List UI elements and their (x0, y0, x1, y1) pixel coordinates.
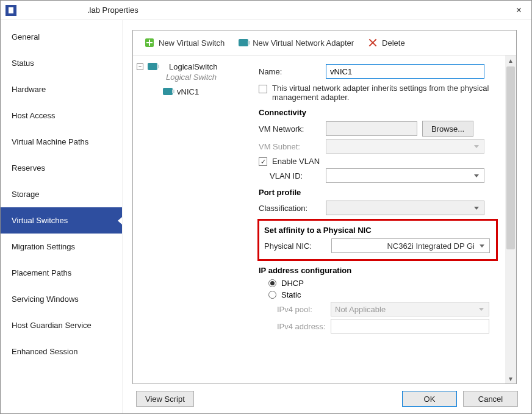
nav-storage[interactable]: Storage (1, 181, 122, 207)
static-radio[interactable] (268, 291, 276, 299)
collapse-icon[interactable]: − (137, 63, 143, 70)
new-adapter-label: New Virtual Network Adapter (253, 38, 354, 48)
affinity-header: Set affinity to a Physical NIC (264, 226, 491, 235)
app-icon (5, 5, 16, 16)
scroll-down-icon[interactable]: ▼ (506, 374, 516, 384)
close-icon[interactable]: × (511, 4, 527, 17)
form-scrollbar[interactable]: ▲ ▼ (505, 55, 516, 384)
vm-network-label: VM Network: (259, 124, 326, 134)
switches-panel: New Virtual Switch New Virtual Network A… (132, 30, 517, 384)
ipv4-addr-label: IPv4 address: (277, 322, 331, 331)
nav-vm-paths[interactable]: Virtual Machine Paths (1, 129, 122, 155)
enable-vlan-label: Enable VLAN (272, 157, 320, 166)
inherit-label: This virtual network adapter inherits se… (272, 84, 492, 102)
vm-network-field[interactable] (326, 121, 417, 136)
nav-servicing[interactable]: Servicing Windows (1, 286, 122, 312)
nav-virtual-switches[interactable]: Virtual Switches (1, 207, 122, 234)
vlan-id-select[interactable] (326, 168, 484, 183)
tree-root-sublabel: Logical Switch (166, 73, 251, 82)
view-script-button[interactable]: View Script (136, 391, 194, 407)
dialog-footer: View Script OK Cancel (123, 384, 531, 413)
nav-reserves[interactable]: Reserves (1, 155, 122, 181)
nav-hardware[interactable]: Hardware (1, 76, 122, 102)
browse-button[interactable]: Browse... (422, 121, 473, 137)
physical-nic-value: NC362i Integrated DP Gi (387, 241, 475, 251)
window-title: .lab Properties (87, 5, 138, 15)
nav-general[interactable]: General (1, 24, 122, 50)
physical-nic-select[interactable]: NC362i Integrated DP Gi (331, 238, 490, 253)
name-input[interactable] (326, 64, 484, 79)
nav-migration[interactable]: Migration Settings (1, 234, 122, 260)
ipv4-pool-label: IPv4 pool: (277, 305, 331, 314)
plus-icon (144, 38, 155, 48)
delete-icon (367, 38, 378, 48)
tree-child[interactable]: vNIC1 (162, 82, 251, 96)
tree-child-label: vNIC1 (177, 87, 199, 96)
dhcp-radio[interactable] (268, 279, 276, 287)
scroll-thumb[interactable] (506, 66, 515, 249)
new-switch-button[interactable]: New Virtual Switch (139, 35, 229, 50)
panel-toolbar: New Virtual Switch New Virtual Network A… (133, 30, 516, 55)
tree-root[interactable]: − LogicalSwitch (137, 60, 251, 73)
nic-icon (147, 62, 158, 71)
new-adapter-button[interactable]: New Virtual Network Adapter (233, 35, 359, 50)
nav-status[interactable]: Status (1, 50, 122, 76)
nav-placement[interactable]: Placement Paths (1, 260, 122, 286)
nav-sidebar: General Status Hardware Host Access Virt… (1, 20, 123, 413)
ipv4-pool-select: Not Applicable (331, 302, 489, 316)
static-label: Static (281, 290, 301, 299)
nic-icon (162, 87, 173, 96)
inherit-checkbox[interactable] (259, 85, 267, 93)
main-pane: New Virtual Switch New Virtual Network A… (123, 20, 531, 413)
properties-dialog: .lab Properties × General Status Hardwar… (0, 0, 532, 414)
delete-button[interactable]: Delete (362, 35, 410, 50)
switch-tree: − LogicalSwitch Logical Switch vNIC1 (133, 55, 255, 384)
connectivity-header: Connectivity (259, 108, 510, 117)
classification-label: Classification: (259, 204, 326, 213)
ipv4-pool-value: Not Applicable (335, 305, 386, 314)
vm-subnet-label: VM Subnet: (259, 142, 326, 151)
nic-icon (238, 38, 249, 48)
nav-enhanced[interactable]: Enhanced Session (1, 338, 122, 365)
cancel-button[interactable]: Cancel (463, 391, 518, 407)
nav-host-access[interactable]: Host Access (1, 102, 122, 129)
ip-config-header: IP address configuration (259, 266, 510, 275)
panel-content: − LogicalSwitch Logical Switch vNIC1 ▲ (133, 55, 516, 384)
adapter-form: ▲ ▼ Name: This virtual network adapter i… (255, 55, 516, 384)
nav-host-guardian[interactable]: Host Guardian Service (1, 312, 122, 338)
scroll-up-icon[interactable]: ▲ (506, 55, 516, 65)
vm-subnet-select (326, 139, 484, 154)
tree-root-label: LogicalSwitch (169, 62, 218, 71)
delete-label: Delete (382, 38, 405, 48)
dhcp-label: DHCP (281, 279, 304, 288)
physical-nic-label: Physical NIC: (264, 241, 331, 251)
classification-select[interactable] (326, 201, 484, 215)
port-profile-header: Port profile (259, 188, 510, 197)
affinity-highlight: Set affinity to a Physical NIC Physical … (257, 219, 498, 261)
dialog-body: General Status Hardware Host Access Virt… (1, 20, 531, 413)
ok-button[interactable]: OK (402, 391, 457, 407)
vlan-id-label: VLAN ID: (270, 171, 326, 180)
ipv4-addr-input (331, 319, 489, 334)
name-label: Name: (259, 67, 326, 76)
new-switch-label: New Virtual Switch (159, 38, 225, 48)
title-bar: .lab Properties × (1, 1, 531, 20)
enable-vlan-checkbox[interactable] (259, 157, 267, 166)
